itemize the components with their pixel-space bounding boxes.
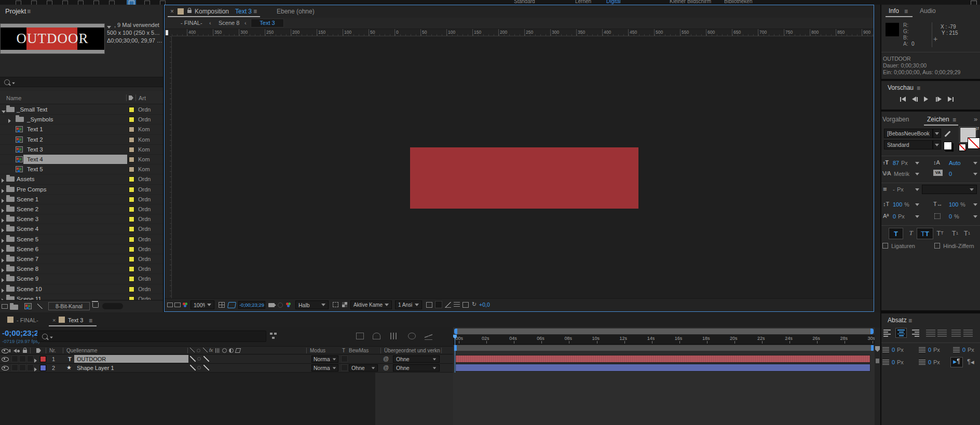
paragraph-panel-menu-icon[interactable]: ≡	[908, 317, 912, 324]
preserve-transparency-cell[interactable]	[341, 355, 348, 362]
work-area-bar[interactable]	[454, 345, 874, 351]
navigator-start-handle[interactable]	[454, 328, 457, 334]
channel-icon[interactable]	[183, 303, 185, 305]
vertical-scale-value[interactable]: 100	[893, 201, 902, 208]
font-family-caret[interactable]	[933, 129, 941, 138]
justify-last-left-button[interactable]	[925, 328, 936, 338]
label-color-swatch[interactable]	[129, 127, 134, 132]
mode-column-header[interactable]: Modus	[310, 348, 325, 353]
project-item[interactable]: AssetsOrdn	[0, 174, 163, 184]
pen-tool-icon[interactable]	[129, 1, 134, 5]
label-column-icon[interactable]	[129, 95, 133, 100]
zoom-tool-icon[interactable]	[47, 1, 52, 5]
stroke-color-swatch[interactable]	[968, 138, 980, 149]
effects-switch[interactable]	[197, 366, 201, 369]
vertical-scale-caret[interactable]	[914, 201, 920, 208]
workspace-tab-lernen[interactable]: Lernen	[575, 0, 591, 4]
font-style-select[interactable]: Standard	[884, 140, 933, 149]
current-timecode[interactable]: -0;00;23;29	[2, 328, 43, 337]
last-frame-button[interactable]	[948, 97, 954, 102]
faux-smallcaps-button[interactable]: TT	[933, 228, 947, 238]
breadcrumb-item-final[interactable]: - FINAL-	[181, 20, 202, 26]
quality-switch[interactable]	[190, 356, 196, 362]
project-settings-icon[interactable]	[37, 304, 43, 309]
layer-label-swatch[interactable]	[40, 365, 46, 371]
info-tab[interactable]: Info	[889, 7, 899, 15]
preview-panel-title[interactable]: Vorschau	[888, 84, 914, 91]
time-navigator-bar[interactable]	[454, 328, 874, 334]
effects-switch[interactable]	[197, 357, 201, 361]
selection-tool-icon[interactable]	[16, 1, 21, 5]
indent-right-value[interactable]: 0	[962, 347, 965, 353]
twirl-arrow-icon[interactable]	[2, 277, 4, 283]
align-center-button[interactable]	[895, 328, 907, 338]
camera-select[interactable]: Aktive Kamera	[350, 300, 392, 309]
leading-caret[interactable]	[972, 160, 978, 167]
twirl-arrow-icon[interactable]	[2, 198, 4, 204]
column-divider[interactable]	[46, 348, 46, 353]
twirl-arrow-icon[interactable]	[8, 118, 11, 124]
twirl-arrow-icon[interactable]	[2, 188, 4, 194]
faux-bold-button[interactable]: T	[889, 228, 903, 239]
previous-frame-button[interactable]	[912, 97, 918, 102]
column-type-header[interactable]: Art	[139, 95, 146, 101]
layer-name[interactable]: OUTDOOR	[77, 356, 106, 362]
font-family-select[interactable]: [BebasNeueBook]	[884, 129, 933, 138]
eyedropper-icon[interactable]	[944, 131, 950, 137]
horizontal-scale-caret[interactable]	[972, 201, 978, 208]
timeline-tab-menu-icon[interactable]: ≡	[89, 317, 92, 324]
stroke-style-select[interactable]	[922, 185, 977, 194]
comp-ruler-vertical[interactable]	[165, 36, 172, 311]
comp-ruler[interactable]: 4003503002502001501005005010015020025030…	[172, 29, 874, 36]
audio-cell[interactable]	[11, 364, 18, 371]
play-button[interactable]	[924, 97, 928, 102]
frame-blending-icon[interactable]	[390, 333, 398, 339]
breadcrumb-item-current[interactable]: Text 3	[251, 19, 284, 28]
layer-expand-arrow[interactable]	[34, 358, 37, 364]
swap-fill-stroke-icon[interactable]: ⇄	[975, 126, 979, 131]
column-divider[interactable]	[441, 348, 442, 353]
comp-marker-icon[interactable]	[875, 346, 880, 352]
info-panel-menu-icon[interactable]: ≡	[904, 8, 908, 15]
timeline-tab-final[interactable]: - FINAL-	[17, 317, 38, 323]
always-preview-icon[interactable]	[167, 303, 173, 307]
time-ruler[interactable]: :00s02s04s06s08s10s12s14s16s18s20s22s24s…	[453, 335, 875, 345]
workspace-tab-digital[interactable]: Digital	[606, 0, 621, 4]
label-color-swatch[interactable]	[129, 117, 134, 122]
project-item[interactable]: Text 3Kom	[0, 145, 163, 155]
label-color-swatch[interactable]	[129, 157, 134, 162]
region-of-interest-icon[interactable]	[333, 302, 338, 307]
twirl-arrow-icon[interactable]	[2, 208, 4, 214]
twirl-arrow-icon[interactable]	[2, 108, 6, 114]
parent-select[interactable]: Ohne	[393, 355, 440, 363]
presets-tab-truncated[interactable]: d Vorgaben	[881, 116, 909, 123]
label-color-swatch[interactable]	[129, 137, 134, 143]
paragraph-panel-title[interactable]: Absatz	[888, 317, 907, 324]
workspace-tab-bibliotheken[interactable]: Bibliotheken	[724, 0, 752, 4]
navigator-end-handle[interactable]	[870, 328, 874, 334]
faux-allcaps-button[interactable]: TT	[917, 228, 933, 239]
color-depth-button[interactable]: 8-Bit-Kanal	[48, 302, 90, 310]
column-divider[interactable]	[63, 348, 63, 353]
label-color-swatch[interactable]	[129, 237, 134, 242]
close-tab-icon[interactable]: ×	[170, 8, 174, 15]
label-color-swatch[interactable]	[129, 286, 134, 292]
justify-last-center-button[interactable]	[936, 328, 948, 338]
label-color-swatch[interactable]	[129, 216, 134, 222]
twirl-arrow-icon[interactable]	[2, 238, 4, 244]
view-layout-select[interactable]: 1 Ansi…	[395, 300, 422, 309]
parent-pickwhip-icon[interactable]: @	[383, 365, 389, 371]
project-item[interactable]: Text 2Kom	[0, 135, 163, 145]
panel-overflow-icon[interactable]: »	[974, 115, 977, 123]
column-divider[interactable]	[306, 348, 307, 353]
footer-scrollbar-thumb[interactable]	[102, 303, 123, 309]
align-left-button[interactable]	[882, 328, 894, 338]
project-item[interactable]: Scene 6Ordn	[0, 244, 163, 254]
fast-previews-icon[interactable]	[445, 302, 451, 308]
reset-exposure-icon[interactable]: ↻	[472, 301, 477, 308]
label-color-swatch[interactable]	[129, 207, 134, 212]
layer-label-swatch[interactable]	[40, 356, 46, 362]
column-divider[interactable]	[30, 348, 31, 353]
faux-italic-button[interactable]: T	[906, 228, 916, 238]
quality-slash-switch[interactable]	[203, 356, 209, 362]
